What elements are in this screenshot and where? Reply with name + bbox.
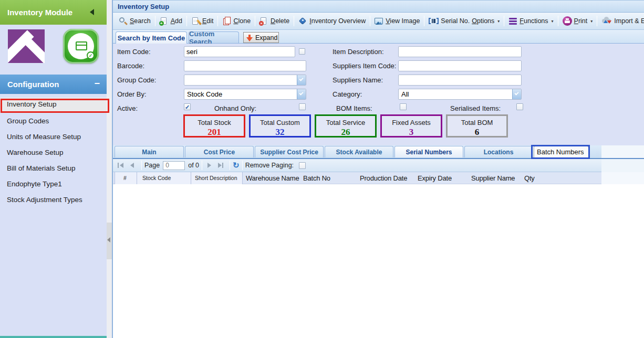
clone-icon — [222, 17, 231, 25]
fixed-assets-value: 3 — [382, 127, 441, 138]
splitter-collapse-icon[interactable] — [107, 237, 110, 242]
tab-locations[interactable]: Locations — [464, 146, 533, 157]
column-header-warehouse-name[interactable]: Warehouse Name — [246, 172, 299, 184]
tab-cost-price[interactable]: Cost Price — [185, 146, 254, 157]
category-select[interactable]: All — [398, 89, 522, 100]
toolbar-separator — [186, 16, 187, 26]
total-stock-box[interactable]: Total Stock 201 — [183, 114, 245, 138]
column-header-batch-no[interactable]: Batch No — [303, 172, 330, 184]
functions-button[interactable]: Functions ▾ — [505, 15, 556, 27]
group-code-select[interactable] — [184, 75, 306, 86]
expand-arrow-icon — [246, 34, 253, 41]
toolbar-separator — [155, 16, 155, 26]
configuration-section-header[interactable]: Configuration − — [0, 75, 107, 94]
sidebar-item-stock-adjustment-types[interactable]: Stock Adjustment Types — [0, 192, 107, 208]
add-icon: + — [160, 17, 169, 25]
item-description-input[interactable] — [398, 46, 522, 57]
order-by-select[interactable]: Stock Code — [184, 89, 306, 100]
onhand-only-checkbox[interactable] — [299, 103, 306, 110]
grid-header: # Stock Code Short Description Warehouse… — [113, 172, 601, 184]
toolbar-separator — [558, 16, 558, 26]
suppliers-name-input[interactable] — [398, 75, 522, 86]
column-header-stock-code[interactable]: Stock Code — [142, 172, 171, 184]
remove-paging-label: Remove Paging: — [245, 162, 294, 169]
edit-button[interactable]: Edit — [188, 15, 217, 27]
sidebar-item-inventory-setup[interactable]: Inventory Setup — [0, 98, 107, 111]
column-header-number[interactable]: # — [123, 172, 127, 184]
column-header-short-description[interactable]: Short Description — [195, 172, 237, 184]
tab-stock-available[interactable]: Stock Available — [325, 146, 393, 157]
item-code-checkbox[interactable] — [299, 48, 305, 55]
sidebar-item-units-of-measure-setup[interactable]: Units of Measure Setup — [0, 129, 107, 145]
column-header-expiry-date[interactable]: Expiry Date — [418, 172, 452, 184]
pager-bar: Page of 0 ↻ Remove Paging: — [113, 159, 601, 172]
search-icon — [119, 17, 128, 25]
inventory-overview-button[interactable]: Inventory Overview — [295, 15, 369, 27]
sidebar-item-group-codes[interactable]: Group Codes — [0, 113, 107, 129]
tab-serial-numbers[interactable]: Serial Numbers — [394, 146, 463, 157]
tag-icon — [298, 17, 307, 25]
total-service-box[interactable]: Total Service 26 — [315, 114, 377, 138]
suppliers-item-code-input[interactable] — [398, 60, 522, 71]
detail-tabstrip-filler — [601, 145, 644, 158]
column-header-production-date[interactable]: Production Date — [360, 172, 407, 184]
chevron-down-icon[interactable] — [297, 75, 306, 85]
inventory-module-icon[interactable]: ✓ — [63, 29, 99, 64]
image-icon — [375, 17, 383, 25]
onhand-only-label: Onhand Only: — [214, 104, 256, 112]
next-page-button[interactable] — [205, 161, 214, 170]
search-button[interactable]: Search — [116, 15, 154, 27]
serialised-items-checkbox[interactable] — [516, 103, 523, 110]
barcode-input[interactable] — [184, 60, 306, 71]
dropdown-caret-icon: ▾ — [590, 19, 593, 24]
refresh-icon[interactable]: ↻ — [233, 162, 240, 169]
sidebar-item-bill-of-materials-setup[interactable]: Bill of Materials Setup — [0, 161, 107, 176]
chevron-down-icon[interactable] — [512, 89, 521, 99]
serialised-items-label: Serialised Items: — [450, 104, 501, 112]
collapse-sidebar-icon[interactable] — [90, 9, 94, 15]
total-bom-box[interactable]: Total BOM 6 — [446, 114, 508, 138]
page-number-input[interactable] — [163, 161, 185, 170]
first-page-button[interactable] — [117, 161, 126, 170]
last-page-button[interactable] — [216, 161, 225, 170]
chevron-down-icon[interactable] — [297, 89, 306, 99]
tab-main[interactable]: Main — [115, 146, 184, 157]
tab-custom-search[interactable]: Custom Search — [189, 31, 239, 43]
toolbar: Search + Add Edit Clone × Delete Invento… — [113, 13, 644, 30]
sidebar-item-endophyte-type1[interactable]: Endophyte Type1 — [0, 176, 107, 192]
sidebar: Inventory Module ✓ Configuration − Inven… — [0, 0, 107, 338]
order-by-label: Order By: — [117, 90, 147, 98]
item-description-label: Item Description: — [333, 48, 384, 56]
expand-button[interactable]: Expand — [243, 32, 279, 43]
fixed-assets-box[interactable]: Fixed Assets 3 — [380, 114, 442, 138]
column-header-qty[interactable]: Qty — [524, 172, 535, 184]
add-button[interactable]: + Add — [157, 15, 185, 27]
delete-button[interactable]: × Delete — [256, 15, 293, 27]
prev-page-button[interactable] — [128, 161, 137, 170]
tab-search-by-item-code[interactable]: Search by Item Code — [116, 31, 187, 44]
toolbar-separator — [294, 16, 294, 26]
print-button[interactable]: Print ▾ — [559, 15, 596, 27]
import-export-button[interactable]: Import & Export ▾ — [598, 15, 644, 27]
search-tabstrip: Search by Item Code Custom Search Expand — [113, 30, 644, 44]
edit-icon — [191, 17, 200, 25]
total-custom-box[interactable]: Total Custom 32 — [249, 114, 311, 138]
column-header-supplier-name[interactable]: Supplier Name — [471, 172, 515, 184]
collapse-section-icon[interactable]: − — [94, 75, 100, 92]
toolbar-separator — [255, 16, 255, 26]
tab-batch-numbers[interactable]: Batch Numbers — [534, 146, 589, 157]
clone-button[interactable]: Clone — [219, 15, 254, 27]
dropdown-caret-icon: ▾ — [497, 19, 500, 24]
view-image-button[interactable]: View Image — [371, 15, 423, 27]
item-code-input[interactable] — [184, 46, 295, 57]
bom-items-checkbox[interactable] — [400, 103, 407, 110]
serial-no-options-button[interactable]: Serial No. Options ▾ — [425, 15, 503, 27]
active-checkbox[interactable]: ✓ — [184, 103, 191, 110]
check-badge-icon: ✓ — [87, 51, 95, 59]
tab-supplier-cost-price[interactable]: Supplier Cost Price — [255, 146, 324, 157]
remove-paging-checkbox[interactable] — [299, 162, 306, 169]
sidebar-splitter[interactable] — [107, 0, 112, 338]
toolbar-separator — [597, 16, 597, 26]
sidebar-item-warehouse-setup[interactable]: Warehouse Setup — [0, 145, 107, 161]
sidebar-header: Inventory Module — [0, 0, 107, 25]
